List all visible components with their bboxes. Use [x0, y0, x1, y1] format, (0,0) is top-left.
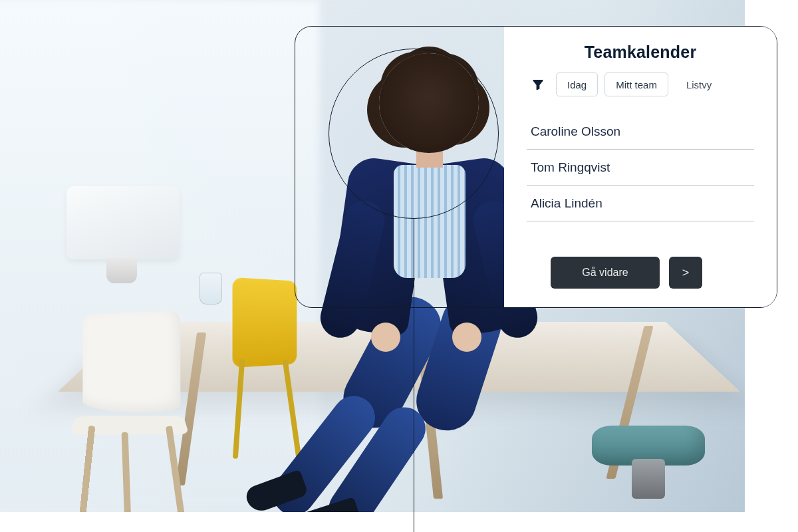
filter-today[interactable]: Idag [556, 72, 598, 96]
next-button[interactable]: > [669, 257, 702, 289]
list-item[interactable]: Tom Ringqvist [527, 150, 754, 186]
team-calendar-card: Teamkalender Idag Mitt team Listvy Carol… [295, 26, 777, 308]
people-list: Caroline Olsson Tom Ringqvist Alicia Lin… [527, 114, 754, 221]
list-item[interactable]: Caroline Olsson [527, 114, 754, 150]
card-title: Teamkalender [527, 43, 754, 62]
filter-list-view[interactable]: Listvy [675, 72, 723, 96]
svg-marker-0 [533, 80, 543, 90]
actions-bar: Gå vidare > [527, 239, 754, 289]
filter-my-team[interactable]: Mitt team [604, 72, 668, 96]
chevron-right-icon: > [682, 266, 690, 280]
filter-bar: Idag Mitt team Listvy [527, 72, 754, 96]
continue-button[interactable]: Gå vidare [551, 257, 660, 289]
filter-icon[interactable] [527, 72, 549, 96]
list-item[interactable]: Alicia Lindén [527, 186, 754, 221]
team-calendar-panel: Teamkalender Idag Mitt team Listvy Carol… [504, 27, 777, 307]
